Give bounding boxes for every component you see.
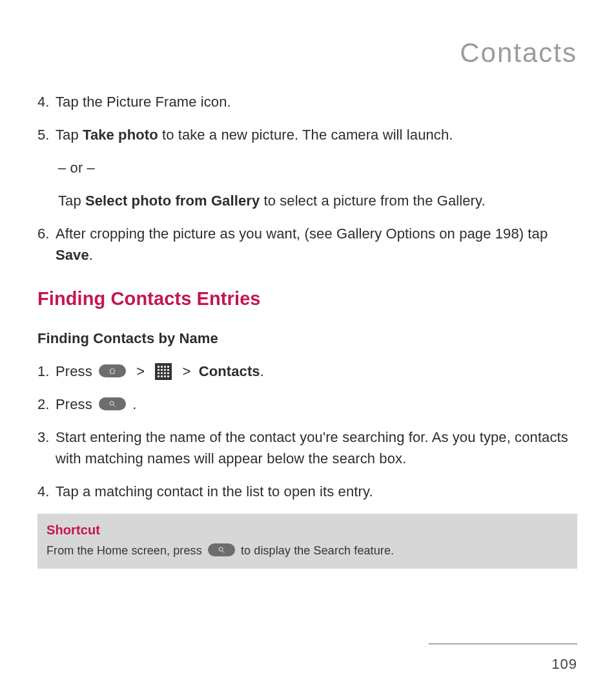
text-fragment: Press [56,396,96,412]
manual-page: Contacts 4. Tap the Picture Frame icon. … [0,0,616,694]
bold-save: Save [56,247,89,263]
step-number: 5. [37,124,56,145]
chapter-title: Contacts [37,32,577,73]
step-number: 4. [37,481,56,502]
text-fragment: to take a new picture. The camera will l… [158,127,453,143]
step-5: 5. Tap Take photo to take a new picture.… [37,124,577,145]
b-step-4: 4. Tap a matching contact in the list to… [37,481,577,502]
step-text: Press > > Contacts. [56,361,577,382]
text-fragment: . [89,247,93,263]
callout-body: From the Home screen, press to display t… [46,542,568,560]
apps-grid-icon [155,363,172,380]
step-text: Tap Take photo to take a new picture. Th… [56,124,577,145]
section-heading: Finding Contacts Entries [37,285,577,313]
b-step-1: 1. Press > > Contacts. [37,361,577,382]
text-fragment: Tap [58,193,85,209]
instruction-list-b: 1. Press > > Contacts. [37,361,577,502]
footer-rule [429,644,577,644]
instruction-list-a: 4. Tap the Picture Frame icon. 5. Tap Ta… [37,91,577,266]
svg-point-0 [110,401,114,405]
step-text: Press . [56,394,577,415]
step-text: After cropping the picture as you want, … [56,223,577,266]
step-text: Start entering the name of the contact y… [56,426,577,469]
search-key-icon [99,397,126,410]
text-fragment: From the Home screen, press [46,544,205,557]
bold-take-photo: Take photo [83,127,158,143]
page-number: 109 [429,653,577,675]
text-fragment: Press [56,363,96,379]
text-fragment: to display the Search feature. [241,544,394,557]
b-step-3: 3. Start entering the name of the contac… [37,426,577,469]
step-5-or: – or – [58,157,577,178]
callout-title: Shortcut [46,520,568,540]
step-number: 2. [37,394,56,415]
step-number: 3. [37,426,56,469]
b-step-2: 2. Press . [37,394,577,415]
breadcrumb-separator: > [183,363,191,379]
step-number: 4. [37,91,56,112]
svg-line-1 [113,405,115,406]
text-fragment: . [132,396,136,412]
step-6: 6. After cropping the picture as you wan… [37,223,577,266]
text-fragment: . [260,363,264,379]
text-fragment: After cropping the picture as you want, … [56,226,548,242]
bold-select-gallery: Select photo from Gallery [85,193,260,209]
search-key-icon [208,543,235,556]
shortcut-callout: Shortcut From the Home screen, press to … [37,514,577,569]
breadcrumb-separator: > [136,363,145,379]
bold-contacts: Contacts [199,363,260,379]
step-number: 1. [37,361,56,382]
step-text: Tap a matching contact in the list to op… [56,481,577,502]
step-number: 6. [37,223,56,266]
step-text: Tap the Picture Frame icon. [56,91,577,112]
home-key-icon [99,364,126,377]
step-5-alt: Tap Select photo from Gallery to select … [58,190,577,211]
text-fragment: Tap [56,127,83,143]
svg-point-2 [219,547,223,551]
step-4: 4. Tap the Picture Frame icon. [37,91,577,112]
svg-line-3 [222,551,224,552]
text-fragment: to select a picture from the Gallery. [260,193,485,209]
page-footer: 109 [429,644,577,675]
sub-heading: Finding Contacts by Name [37,328,577,349]
